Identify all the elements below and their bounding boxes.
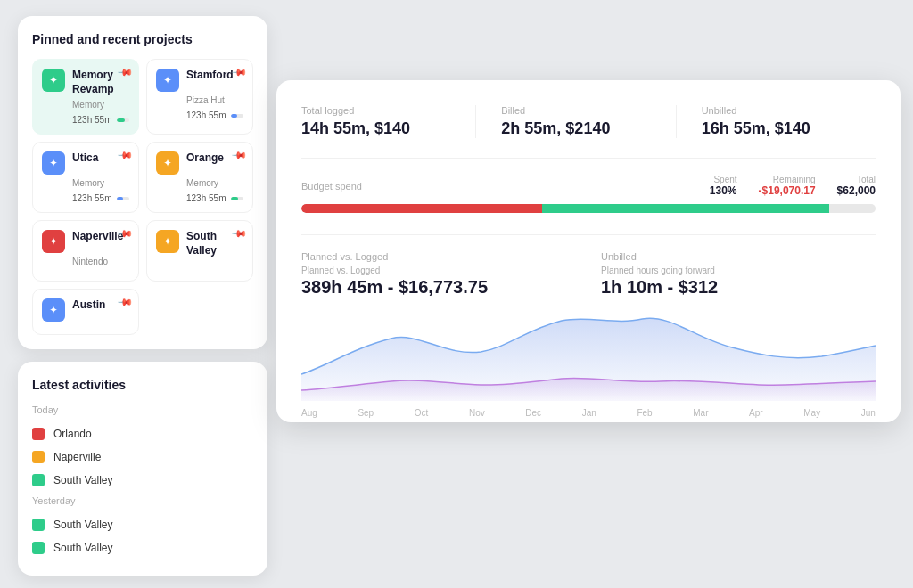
project-icon-austin: ✦: [42, 298, 65, 322]
project-name-austin: Austin: [72, 298, 105, 313]
budget-spent-label: Spent: [710, 175, 737, 184]
billed-label: Billed: [501, 105, 675, 116]
left-panel: Pinned and recent projects ✦ Memory Reva…: [18, 16, 267, 576]
project-name-stamford: Stamford: [186, 69, 234, 83]
total-logged-label: Total logged: [301, 105, 475, 116]
project-item-naperville[interactable]: ✦ Naperville Nintendo 📌: [32, 220, 139, 282]
unbilled-value: 1h 10m - $312: [601, 277, 876, 298]
project-item-south-valley[interactable]: ✦ South Valley 📌: [146, 220, 253, 282]
chart-label-dec: Dec: [525, 408, 541, 418]
unbilled-block: Unbilled Planned hours going forward 1h …: [601, 251, 876, 298]
activity-dot-south-valley-y2: [32, 542, 45, 554]
activity-name-naperville: Naperville: [53, 451, 101, 463]
chart-label-sep: Sep: [358, 408, 374, 418]
project-item-utica[interactable]: ✦ Utica Memory 123h 55m 📌: [32, 142, 139, 213]
budget-remaining-value: -$19,070.17: [759, 184, 816, 197]
activity-dot-south-valley-y1: [32, 519, 45, 531]
budget-remaining: Remaining -$19,070.17: [759, 175, 816, 197]
project-time-stamford: 123h 55m: [186, 110, 226, 120]
planned-value: 389h 45m - $16,773.75: [301, 277, 576, 298]
main-detail-panel: Total logged 14h 55m, $140 Billed 2h 55m…: [276, 80, 901, 422]
activity-dot-naperville: [32, 451, 45, 463]
unbilled-value: 16h 55m, $140: [702, 119, 876, 138]
budget-header: Budget spend Spent 130% Remaining -$19,0…: [301, 175, 876, 197]
budget-spent-value: 130%: [710, 184, 737, 197]
project-sub-orange: Memory: [186, 178, 243, 188]
chart-labels: Aug Sep Oct Nov Dec Jan Feb Mar Apr May …: [301, 408, 876, 418]
unbilled-label: Unbilled: [702, 105, 876, 116]
stats-row: Total logged 14h 55m, $140 Billed 2h 55m…: [301, 105, 876, 138]
budget-bar: [301, 204, 876, 213]
activity-name-south-valley-today: South Valley: [53, 474, 113, 486]
budget-bar-red: [301, 204, 542, 213]
project-grid: ✦ Memory Revamp Memory 123h 55m 📌 ✦ Stam…: [32, 59, 253, 335]
project-sub-utica: Memory: [72, 178, 129, 188]
pinned-projects-card: Pinned and recent projects ✦ Memory Reva…: [18, 16, 267, 349]
project-item-orange[interactable]: ✦ Orange Memory 123h 55m 📌: [146, 142, 253, 213]
activity-name-south-valley-y1: South Valley: [53, 519, 113, 531]
activity-name-orlando: Orlando: [53, 428, 92, 440]
project-item-stamford[interactable]: ✦ Stamford Pizza Hut 123h 55m 📌: [146, 59, 253, 135]
activities-card: Latest activities Today Orlando Napervil…: [18, 362, 267, 576]
budget-total: Total $62,000: [837, 175, 876, 197]
activity-south-valley-y1[interactable]: South Valley: [32, 513, 253, 536]
budget-bar-green: [542, 204, 829, 213]
budget-total-label: Total: [837, 175, 876, 184]
lower-row: Planned vs. Logged Planned vs. Logged 38…: [301, 251, 876, 298]
project-time-memory-revamp: 123h 55m: [72, 115, 111, 125]
chart-label-jan: Jan: [582, 408, 596, 418]
project-name-orange: Orange: [186, 151, 224, 166]
activity-name-south-valley-y2: South Valley: [53, 542, 113, 554]
project-icon-naperville: ✦: [42, 230, 65, 253]
chart-area: Aug Sep Oct Nov Dec Jan Feb Mar Apr May …: [301, 312, 876, 401]
activity-south-valley-today[interactable]: South Valley: [32, 469, 253, 492]
budget-remaining-label: Remaining: [759, 175, 816, 184]
budget-label: Budget spend: [301, 181, 362, 192]
project-item-austin[interactable]: ✦ Austin 📌: [32, 289, 139, 335]
project-icon-stamford: ✦: [156, 69, 179, 92]
project-icon-south-valley: ✦: [156, 230, 179, 253]
activity-orlando[interactable]: Orlando: [32, 422, 253, 445]
billed-value: 2h 55m, $2140: [501, 119, 675, 138]
unbilled-sub-label: Planned hours going forward: [601, 265, 876, 275]
project-item-memory-revamp[interactable]: ✦ Memory Revamp Memory 123h 55m 📌: [32, 59, 139, 135]
unbilled-section-label: Unbilled: [601, 251, 876, 262]
project-time-orange: 123h 55m: [186, 193, 226, 203]
project-sub-memory-revamp: Memory: [72, 100, 129, 110]
project-sub-naperville: Nintendo: [72, 257, 129, 266]
budget-spent: Spent 130%: [710, 175, 737, 197]
activity-dot-orlando: [32, 428, 45, 440]
total-logged-value: 14h 55m, $140: [301, 119, 475, 138]
activity-naperville[interactable]: Naperville: [32, 445, 253, 469]
project-sub-stamford: Pizza Hut: [186, 95, 243, 105]
stat-unbilled: Unbilled 16h 55m, $140: [676, 105, 876, 138]
chart-label-aug: Aug: [301, 408, 317, 418]
pinned-projects-title: Pinned and recent projects: [32, 32, 253, 46]
budget-total-value: $62,000: [837, 184, 876, 197]
planned-sub-label: Planned vs. Logged: [301, 265, 576, 275]
project-icon-utica: ✦: [42, 151, 65, 175]
chart-label-nov: Nov: [469, 408, 485, 418]
chart-label-apr: Apr: [749, 408, 763, 418]
project-time-utica: 123h 55m: [72, 193, 111, 203]
budget-meta: Spent 130% Remaining -$19,070.17 Total $…: [710, 175, 876, 197]
divider-1: [301, 158, 876, 159]
today-label: Today: [32, 404, 253, 415]
project-name-naperville: Naperville: [72, 230, 123, 244]
divider-2: [301, 234, 876, 235]
project-name-utica: Utica: [72, 151, 98, 166]
budget-section: Budget spend Spent 130% Remaining -$19,0…: [301, 175, 876, 213]
stat-total-logged: Total logged 14h 55m, $140: [301, 105, 475, 138]
chart-label-mar: Mar: [693, 408, 708, 418]
chart-label-may: May: [803, 408, 820, 418]
chart-label-feb: Feb: [637, 408, 652, 418]
activity-south-valley-y2[interactable]: South Valley: [32, 536, 253, 559]
stat-billed: Billed 2h 55m, $2140: [475, 105, 675, 138]
yesterday-label: Yesterday: [32, 495, 253, 506]
chart-label-oct: Oct: [415, 408, 429, 418]
planned-block: Planned vs. Logged Planned vs. Logged 38…: [301, 251, 576, 298]
chart-label-jun: Jun: [861, 408, 876, 418]
project-icon-memory-revamp: ✦: [42, 69, 65, 92]
project-icon-orange: ✦: [156, 151, 179, 175]
activity-dot-south-valley-today: [32, 474, 45, 486]
